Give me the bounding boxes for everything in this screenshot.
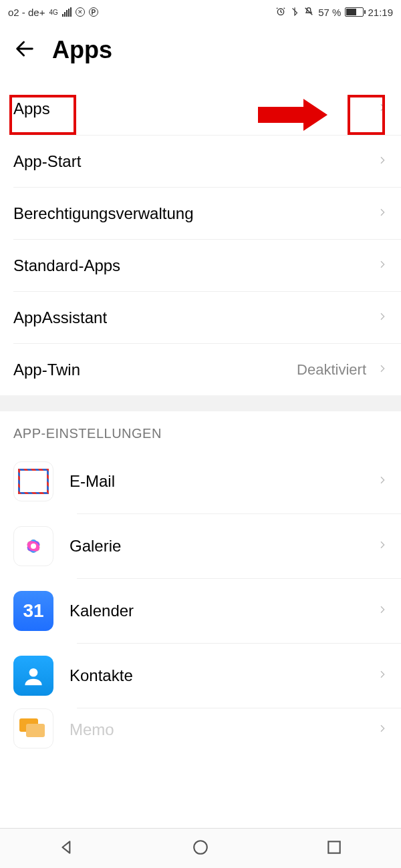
- section-header: APP-EINSTELLUNGEN: [0, 411, 401, 449]
- page-title: Apps: [52, 36, 112, 64]
- nav-recents-button[interactable]: [305, 832, 363, 865]
- contacts-icon: [13, 656, 53, 696]
- mute-icon: [303, 6, 314, 19]
- app-item-email[interactable]: E-Mail: [0, 449, 401, 513]
- menu-item-app-start[interactable]: App-Start: [13, 135, 401, 187]
- svg-rect-10: [328, 841, 340, 853]
- chevron-right-icon: [377, 723, 388, 736]
- alarm-icon: [275, 6, 286, 19]
- chevron-right-icon: [377, 311, 388, 324]
- app-item-contacts[interactable]: Kontakte: [0, 644, 401, 708]
- back-icon[interactable]: [13, 37, 36, 63]
- memo-icon: [13, 708, 53, 748]
- section-gap: [0, 395, 401, 411]
- app-item-memo[interactable]: Memo: [0, 708, 401, 751]
- battery-icon: [345, 7, 364, 17]
- app-label: Galerie: [70, 537, 377, 556]
- svg-point-9: [194, 841, 207, 854]
- carrier-label: o2 - de+: [8, 7, 45, 18]
- battery-pct-label: 57 %: [318, 7, 341, 18]
- pinterest-icon: P: [89, 7, 98, 17]
- clock-label: 21:19: [368, 7, 393, 18]
- chevron-right-icon: [377, 475, 388, 488]
- app-label: E-Mail: [70, 472, 377, 491]
- menu-label: Berechtigungsverwaltung: [13, 204, 194, 223]
- menu-label: App-Start: [13, 152, 81, 171]
- settings-section: Apps App-Start Berechtigungsverwaltung S…: [0, 83, 401, 395]
- signal-icon: [62, 7, 72, 17]
- app-settings-section: E-Mail Galerie: [0, 449, 401, 751]
- network-label: 4G: [49, 9, 57, 16]
- data-off-icon: ✕: [76, 7, 85, 17]
- chevron-right-icon: [377, 102, 388, 116]
- app-label: Memo: [70, 720, 377, 739]
- chevron-right-icon: [377, 539, 388, 553]
- menu-item-permissions[interactable]: Berechtigungsverwaltung: [13, 187, 401, 239]
- chevron-right-icon: [377, 363, 388, 377]
- nav-home-button[interactable]: [172, 832, 229, 865]
- chevron-right-icon: [377, 259, 388, 272]
- menu-item-app-assistant[interactable]: AppAssistant: [13, 291, 401, 343]
- calendar-icon: 31: [13, 591, 53, 631]
- chevron-right-icon: [377, 604, 388, 618]
- menu-label: App-Twin: [13, 361, 80, 379]
- calendar-date: 31: [23, 600, 43, 622]
- app-label: Kalender: [70, 602, 377, 620]
- mail-icon: [13, 461, 53, 501]
- bluetooth-icon: [290, 7, 299, 18]
- menu-label: AppAssistant: [13, 308, 107, 327]
- status-bar: o2 - de+ 4G ✕ P 57 % 21:19: [0, 0, 401, 24]
- menu-value: Deaktiviert: [297, 361, 366, 379]
- system-nav-bar: [0, 828, 401, 868]
- chevron-right-icon: [377, 669, 388, 682]
- app-label: Kontakte: [70, 666, 377, 685]
- svg-point-8: [29, 668, 38, 677]
- chevron-right-icon: [377, 155, 388, 168]
- menu-item-app-twin[interactable]: App-Twin Deaktiviert: [13, 343, 401, 395]
- nav-back-button[interactable]: [38, 832, 96, 865]
- menu-label: Standard-Apps: [13, 256, 120, 275]
- gallery-icon: [13, 526, 53, 566]
- menu-item-default-apps[interactable]: Standard-Apps: [13, 239, 401, 291]
- app-item-gallery[interactable]: Galerie: [0, 514, 401, 578]
- menu-label: Apps: [13, 99, 50, 118]
- app-item-calendar[interactable]: 31 Kalender: [0, 579, 401, 643]
- svg-point-7: [31, 544, 36, 549]
- menu-item-apps[interactable]: Apps: [0, 83, 401, 135]
- title-bar: Apps: [0, 24, 401, 83]
- chevron-right-icon: [377, 207, 388, 220]
